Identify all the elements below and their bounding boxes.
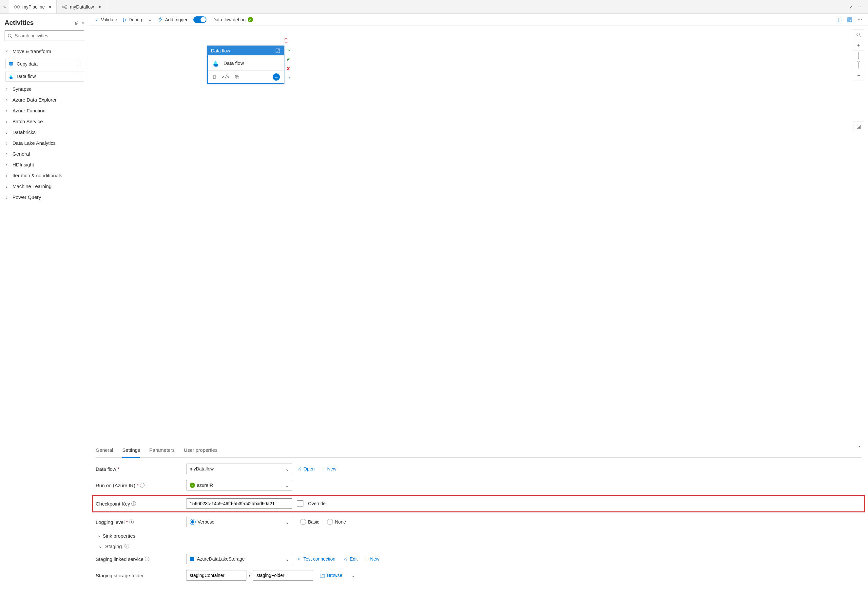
browse-button[interactable]: Browse	[320, 573, 342, 578]
svg-rect-10	[236, 76, 239, 79]
dataflow-select[interactable]: myDataflow	[186, 463, 292, 474]
dirty-indicator	[49, 6, 51, 8]
validate-button[interactable]: ✓ Validate	[95, 17, 117, 22]
staging-ls-label: Staging linked service	[96, 556, 143, 562]
more-actions-icon[interactable]: ⋯	[858, 17, 862, 22]
check-icon: ✓	[95, 17, 99, 22]
info-icon[interactable]: i	[140, 483, 145, 487]
info-icon[interactable]: i	[129, 519, 134, 524]
category-iteration[interactable]: ›Iteration & conditionals	[4, 170, 84, 181]
plus-icon: +	[365, 556, 368, 562]
expand-tabs-button[interactable]: »	[0, 4, 9, 9]
category-databricks[interactable]: ›Databricks	[4, 127, 84, 137]
tab-pipeline[interactable]: myPipeline	[9, 0, 57, 13]
collapse-sidebar-icon[interactable]: «	[81, 20, 84, 25]
category-ml[interactable]: ›Machine Learning	[4, 181, 84, 192]
sink-properties-section[interactable]: ›Sink properties	[98, 533, 861, 538]
node-name: Data flow	[223, 60, 244, 66]
search-activities[interactable]	[4, 31, 84, 41]
add-trigger-button[interactable]: Add trigger	[158, 17, 187, 22]
activity-data-flow[interactable]: Data flow ⋮⋮	[5, 71, 84, 81]
tab-user-properties[interactable]: User properties	[184, 445, 218, 457]
chevron-right-icon: ›	[6, 108, 10, 114]
maximize-icon[interactable]: ⤢	[849, 4, 853, 9]
pipeline-icon	[15, 4, 20, 9]
canvas-search-icon[interactable]	[853, 30, 864, 40]
tab-label: myPipeline	[22, 4, 44, 9]
failure-port-icon[interactable]: ✘	[286, 66, 291, 71]
override-label: Override	[308, 501, 326, 506]
properties-icon[interactable]	[847, 17, 852, 22]
code-view-icon[interactable]: { }	[837, 17, 842, 22]
info-icon[interactable]: i	[124, 544, 129, 549]
more-icon[interactable]: ⋯	[858, 4, 863, 9]
collapse-panel-icon[interactable]: ⌃	[858, 445, 861, 457]
category-general[interactable]: ›General	[4, 148, 84, 159]
zoom-in-icon[interactable]: +	[853, 40, 864, 50]
svg-rect-15	[858, 126, 859, 127]
dataflow-debug-toggle[interactable]	[193, 16, 207, 23]
chevron-down-icon: ⌄	[98, 543, 103, 549]
next-icon[interactable]: →	[273, 74, 280, 81]
check-icon: ✓	[190, 482, 195, 488]
tab-general[interactable]: General	[96, 445, 113, 457]
expand-all-icon[interactable]: ≶	[74, 20, 78, 25]
pipeline-toolbar: ✓ Validate ▷ Debug ⌄ Add trigger Data fl…	[89, 14, 868, 26]
pipeline-canvas[interactable]: Data flow Data flow </> → ↷	[89, 26, 868, 441]
logging-none-radio[interactable]: None	[327, 517, 346, 527]
zoom-out-icon[interactable]: −	[853, 70, 864, 81]
category-azure-function[interactable]: ›Azure Function	[4, 105, 84, 116]
runon-select[interactable]: ✓azureIR	[186, 480, 292, 490]
new-button[interactable]: +New	[322, 466, 336, 472]
open-button[interactable]: Open	[297, 466, 314, 472]
svg-point-13	[857, 59, 860, 62]
tab-parameters[interactable]: Parameters	[149, 445, 175, 457]
category-power-query[interactable]: ›Power Query	[4, 192, 84, 202]
tab-label: myDataflow	[70, 4, 94, 9]
staging-folder-input[interactable]	[253, 570, 313, 581]
clone-icon[interactable]	[234, 74, 239, 80]
success-port-icon[interactable]: ✔	[286, 57, 291, 62]
new-ls-button[interactable]: +New	[365, 556, 379, 562]
info-icon[interactable]: i	[131, 501, 136, 506]
dataflow-activity-node[interactable]: Data flow Data flow </> →	[207, 46, 285, 84]
staging-ls-select[interactable]: AzureDataLakeStorage	[186, 554, 292, 564]
fit-view-icon[interactable]	[853, 121, 864, 132]
staging-container-input[interactable]	[186, 570, 247, 581]
search-input[interactable]	[15, 33, 81, 38]
category-dla[interactable]: ›Data Lake Analytics	[4, 137, 84, 148]
activity-copy-data[interactable]: Copy data ⋮⋮	[5, 59, 84, 69]
edit-button[interactable]: Edit	[343, 556, 357, 562]
staging-section[interactable]: ⌄Staging i	[98, 543, 861, 549]
browse-dropdown[interactable]: ⌄	[348, 573, 355, 578]
debug-dropdown[interactable]: ⌄	[148, 17, 152, 22]
svg-rect-9	[235, 75, 238, 78]
tab-settings[interactable]: Settings	[122, 445, 140, 458]
category-synapse[interactable]: ›Synapse	[4, 84, 84, 94]
completion-port-icon[interactable]: →	[286, 75, 291, 80]
logging-basic-radio[interactable]: Basic	[300, 517, 319, 527]
dataflow-debug-status: Data flow debug ✓	[212, 17, 252, 22]
redo-icon: ↷	[286, 47, 291, 53]
tab-bar: » myPipeline myDataflow ⤢ ⋯	[0, 0, 868, 14]
info-icon[interactable]: i	[145, 557, 149, 561]
checkpoint-input[interactable]	[186, 498, 292, 509]
logging-verbose-radio[interactable]: Verbose	[186, 517, 292, 527]
open-external-icon[interactable]	[275, 48, 280, 53]
test-connection-button[interactable]: Test connection	[297, 556, 335, 562]
delete-icon[interactable]	[212, 74, 217, 80]
svg-point-3	[65, 5, 66, 6]
checkpoint-label: Checkpoint Key	[96, 501, 130, 506]
zoom-slider[interactable]	[853, 50, 864, 70]
override-checkbox[interactable]	[297, 500, 303, 507]
category-move-transform[interactable]: ⌄ Move & transform	[4, 46, 84, 57]
category-batch[interactable]: ›Batch Service	[4, 116, 84, 127]
category-ade[interactable]: ›Azure Data Explorer	[4, 94, 84, 105]
category-hdinsight[interactable]: ›HDInsight	[4, 159, 84, 170]
tab-dataflow[interactable]: myDataflow	[57, 0, 106, 13]
chevron-right-icon: ›	[6, 86, 10, 92]
svg-rect-14	[857, 125, 861, 129]
chevron-right-icon: ›	[6, 119, 10, 124]
code-icon[interactable]: </>	[221, 74, 230, 80]
debug-button[interactable]: ▷ Debug	[123, 17, 142, 22]
